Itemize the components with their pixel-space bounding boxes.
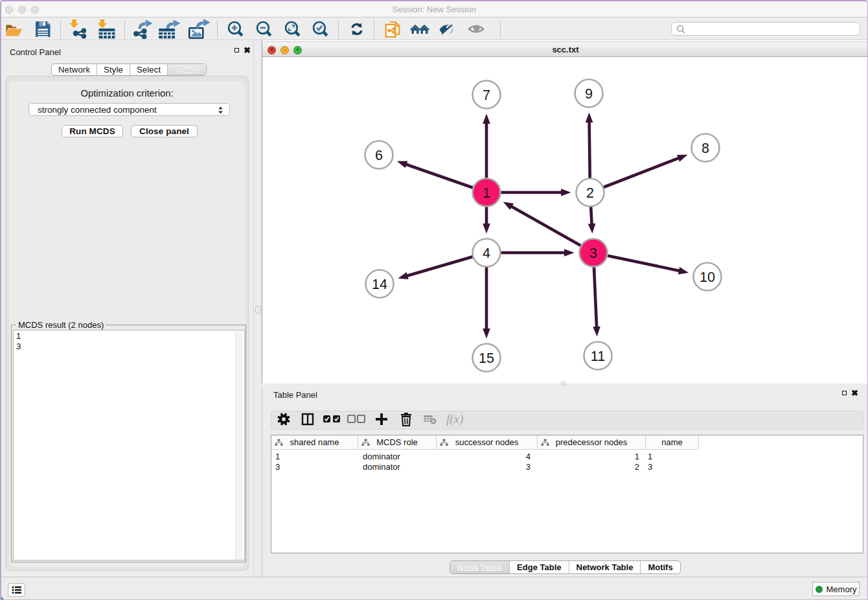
svg-text:10: 10 [700, 270, 715, 285]
svg-text:8: 8 [702, 141, 709, 156]
svg-text:3: 3 [589, 246, 597, 261]
svg-text:14: 14 [372, 277, 387, 292]
svg-text:2: 2 [586, 185, 594, 201]
svg-text:11: 11 [591, 349, 605, 364]
svg-text:6: 6 [375, 148, 383, 163]
svg-text:4: 4 [483, 246, 490, 261]
svg-text:15: 15 [479, 351, 494, 366]
svg-text:7: 7 [483, 87, 490, 103]
svg-text:9: 9 [585, 86, 593, 102]
svg-text:1: 1 [483, 185, 490, 201]
